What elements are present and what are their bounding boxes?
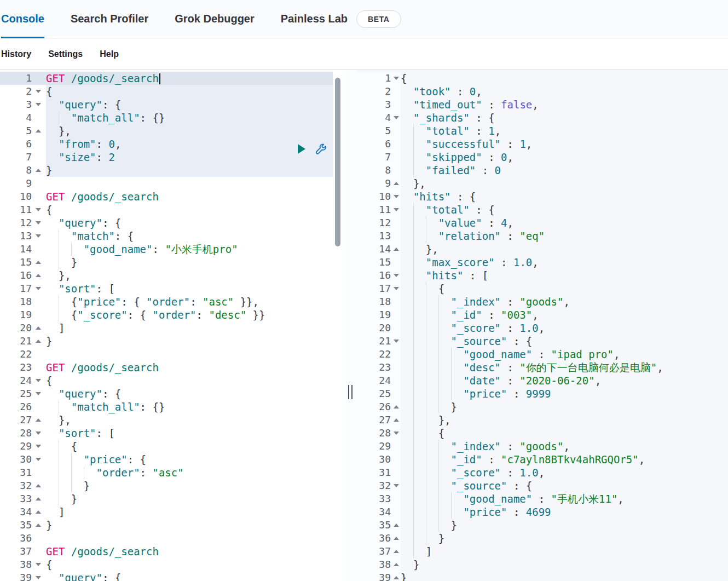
code-line[interactable]: 15 } — [0, 256, 333, 269]
fold-close-icon[interactable] — [36, 510, 41, 514]
code-line[interactable]: 11{ — [0, 203, 333, 216]
code-content[interactable]: { — [46, 374, 333, 387]
tab-grok-debugger[interactable]: Grok Debugger — [175, 0, 255, 38]
fold-close-icon[interactable] — [36, 129, 41, 133]
fold-open-icon[interactable] — [36, 379, 41, 382]
code-content[interactable] — [46, 532, 333, 545]
code-content[interactable]: "query": { — [46, 216, 333, 229]
code-line[interactable]: 34 ] — [0, 505, 333, 519]
fold-close-icon[interactable] — [36, 497, 41, 501]
code-line[interactable]: 21} — [0, 335, 333, 348]
fold-open-icon[interactable] — [36, 208, 41, 211]
fold-close-icon[interactable] — [36, 169, 41, 172]
code-content[interactable]: } — [46, 335, 333, 348]
code-line[interactable]: 24{ — [0, 374, 333, 387]
code-content[interactable]: { — [46, 440, 333, 453]
fold-open-icon[interactable] — [394, 208, 399, 211]
fold-open-icon[interactable] — [36, 432, 41, 435]
code-line[interactable]: 18 {"price": { "order": "asc" }}, — [0, 295, 333, 308]
code-content[interactable]: "query": { — [46, 571, 333, 581]
send-request-button[interactable] — [298, 144, 305, 154]
fold-open-icon[interactable] — [394, 195, 399, 198]
code-content[interactable]: "from": 0, — [46, 137, 333, 151]
code-line[interactable]: 32 } — [0, 479, 333, 492]
fold-open-icon[interactable] — [394, 274, 399, 277]
code-line[interactable]: 38{ — [0, 558, 333, 571]
code-line[interactable]: 9 — [0, 177, 333, 190]
code-line[interactable]: 22 — [0, 348, 333, 361]
code-content[interactable]: "match_all": {} — [46, 400, 333, 413]
fold-open-icon[interactable] — [36, 445, 41, 448]
code-content[interactable]: } — [46, 519, 333, 532]
fold-close-icon[interactable] — [36, 326, 41, 330]
code-content[interactable]: {"price": { "order": "asc" }}, — [46, 295, 333, 308]
code-line[interactable]: 4 "match_all": {} — [0, 111, 333, 124]
code-content[interactable]: { — [46, 203, 333, 216]
fold-open-icon[interactable] — [394, 77, 399, 80]
code-line[interactable]: 14 "good_name": "小米手机pro" — [0, 243, 333, 256]
fold-open-icon[interactable] — [36, 563, 41, 566]
code-line[interactable]: 2{ — [0, 85, 333, 98]
fold-close-icon[interactable] — [394, 182, 399, 185]
menu-settings[interactable]: Settings — [48, 49, 83, 59]
code-line[interactable]: 39 "query": { — [0, 571, 333, 581]
code-line[interactable]: 3 "query": { — [0, 98, 333, 111]
fold-open-icon[interactable] — [394, 340, 399, 343]
menu-history[interactable]: History — [1, 49, 31, 59]
code-content[interactable]: "query": { — [46, 98, 333, 111]
code-line[interactable]: 12 "query": { — [0, 216, 333, 229]
fold-open-icon[interactable] — [36, 234, 41, 238]
tab-search-profiler[interactable]: Search Profiler — [71, 0, 148, 38]
panel-splitter[interactable] — [345, 70, 357, 581]
code-content[interactable]: GET /goods/_search — [46, 361, 333, 374]
fold-open-icon[interactable] — [36, 287, 41, 290]
code-content[interactable]: ] — [46, 505, 333, 519]
fold-open-icon[interactable] — [394, 287, 399, 290]
fold-close-icon[interactable] — [36, 418, 41, 422]
code-content[interactable]: "sort": [ — [46, 427, 333, 440]
code-line[interactable]: 23GET /goods/_search — [0, 361, 333, 374]
scrollbar-thumb[interactable] — [335, 78, 340, 246]
fold-close-icon[interactable] — [394, 550, 399, 553]
code-content[interactable]: } — [46, 164, 333, 177]
code-line[interactable]: 6 "from": 0, — [0, 137, 333, 151]
fold-close-icon[interactable] — [36, 484, 41, 487]
code-content[interactable]: GET /goods/_search — [46, 545, 333, 558]
code-content[interactable]: { — [46, 85, 333, 98]
fold-close-icon[interactable] — [36, 261, 41, 264]
code-content[interactable]: }, — [46, 124, 333, 137]
fold-close-icon[interactable] — [394, 248, 399, 251]
code-line[interactable]: 7 "size": 2 — [0, 151, 333, 164]
code-line[interactable]: 16 }, — [0, 269, 333, 282]
fold-close-icon[interactable] — [394, 576, 399, 579]
code-line[interactable]: 26 "match_all": {} — [0, 400, 333, 413]
fold-close-icon[interactable] — [394, 405, 399, 409]
fold-open-icon[interactable] — [36, 392, 41, 395]
code-line[interactable]: 29 { — [0, 440, 333, 453]
code-line[interactable]: 30 "price": { — [0, 453, 333, 466]
code-line[interactable]: 17 "sort": [ — [0, 282, 333, 295]
code-content[interactable]: "size": 2 — [46, 151, 333, 164]
code-line[interactable]: 8} — [0, 164, 333, 177]
code-line[interactable]: 31 "order": "asc" — [0, 466, 333, 479]
fold-close-icon[interactable] — [394, 563, 399, 566]
fold-open-icon[interactable] — [394, 116, 399, 119]
code-content[interactable]: { — [46, 558, 333, 571]
code-line[interactable]: 36 — [0, 532, 333, 545]
code-content[interactable]: "sort": [ — [46, 282, 333, 295]
fold-open-icon[interactable] — [36, 103, 41, 106]
code-content[interactable]: } — [46, 256, 333, 269]
fold-close-icon[interactable] — [36, 524, 41, 527]
fold-close-icon[interactable] — [36, 274, 41, 277]
fold-open-icon[interactable] — [36, 90, 41, 93]
fold-close-icon[interactable] — [36, 340, 41, 343]
code-line[interactable]: 37GET /goods/_search — [0, 545, 333, 558]
code-line[interactable]: 20 ] — [0, 321, 333, 335]
code-content[interactable]: "good_name": "小米手机pro" — [46, 243, 333, 256]
code-line[interactable]: 13 "match": { — [0, 229, 333, 243]
fold-open-icon[interactable] — [36, 221, 41, 225]
code-content[interactable]: ] — [46, 321, 333, 335]
code-content[interactable]: "price": { — [46, 453, 333, 466]
menu-help[interactable]: Help — [100, 49, 119, 59]
fold-open-icon[interactable] — [394, 432, 399, 435]
